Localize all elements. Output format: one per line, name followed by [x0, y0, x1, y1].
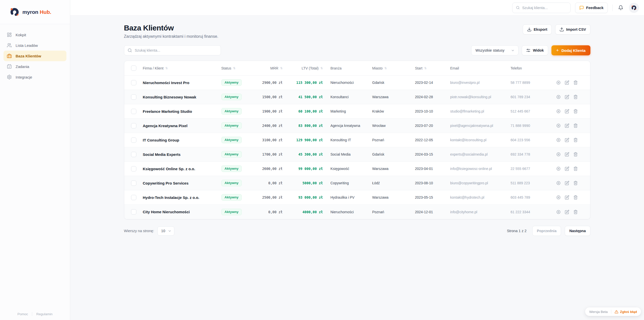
edit-row-button[interactable] [564, 151, 571, 158]
row-checkbox[interactable] [131, 137, 136, 143]
row-checkbox[interactable] [131, 80, 136, 85]
terms-link[interactable]: Regulamin [32, 312, 57, 316]
client-search-input[interactable] [135, 48, 217, 52]
row-checkbox[interactable] [131, 109, 136, 114]
row-checkbox[interactable] [131, 94, 136, 100]
delete-row-button[interactable] [572, 79, 579, 86]
view-row-button[interactable] [555, 93, 562, 100]
edit-pencil-icon [565, 210, 569, 214]
status-badge: Aktywny [221, 108, 242, 115]
sidebar-item-kokpit[interactable]: Kokpit [4, 29, 66, 40]
row-checkbox[interactable] [131, 181, 136, 186]
sidebar-item-integracje[interactable]: Integracje [4, 72, 66, 82]
row-checkbox[interactable] [131, 195, 136, 200]
notifications-button[interactable] [617, 4, 624, 11]
feedback-button[interactable]: Feedback [575, 3, 608, 13]
delete-row-button[interactable] [572, 194, 579, 201]
delete-row-button[interactable] [572, 108, 579, 115]
view-button[interactable]: Widok [522, 45, 548, 55]
delete-row-button[interactable] [572, 93, 579, 100]
eye-icon [556, 195, 561, 200]
next-page-button[interactable]: Następna [565, 226, 590, 236]
client-search[interactable] [124, 45, 221, 55]
client-name[interactable]: City Home Nieruchomości [139, 210, 218, 214]
rows-per-page-value: 10 [161, 229, 165, 233]
status-badge: Aktywny [221, 151, 242, 158]
view-row-button[interactable] [555, 165, 562, 172]
row-checkbox[interactable] [131, 166, 136, 171]
select-all-checkbox[interactable] [131, 65, 136, 71]
client-name[interactable]: Nieruchomości Invest Pro [139, 81, 218, 85]
edit-row-button[interactable] [564, 122, 571, 129]
brand-logo[interactable]: myron Hub. [0, 0, 70, 24]
sidebar-item-zadania[interactable]: Zadania [4, 61, 66, 72]
delete-row-button[interactable] [572, 151, 579, 158]
column-header-firma[interactable]: Firma / Klient⇅ [139, 66, 218, 70]
industry-value: Konsultanci [324, 95, 366, 99]
global-search[interactable] [512, 3, 571, 13]
view-row-button[interactable] [555, 122, 562, 129]
row-checkbox[interactable] [131, 209, 136, 215]
view-row-button[interactable] [555, 136, 562, 144]
delete-row-button[interactable] [572, 122, 579, 129]
global-search-input[interactable] [522, 6, 567, 10]
start-date-value: 2022-12-05 [409, 138, 444, 142]
client-name[interactable]: IT Consulting Group [139, 138, 218, 142]
add-client-button[interactable]: + Dodaj Klienta [551, 45, 590, 55]
sidebar-item-lista-leadow[interactable]: Lista Leadów [4, 40, 66, 51]
delete-row-button[interactable] [572, 180, 579, 187]
client-name[interactable]: Hydro-Tech Instalacje Sp. z o.o. [139, 195, 218, 200]
rows-per-page-select[interactable]: 10 [157, 226, 174, 236]
client-name[interactable]: Freelance Marketing Studio [139, 109, 218, 114]
column-header-start[interactable]: Start⇅ [409, 66, 444, 70]
edit-row-button[interactable] [564, 208, 571, 216]
edit-row-button[interactable] [564, 180, 571, 187]
client-name[interactable]: Konsulting Biznesowy Nowak [139, 95, 218, 99]
report-bug-button[interactable]: Zgłoś błąd [615, 310, 637, 314]
column-header-mrr[interactable]: MRR⇅ [246, 66, 284, 70]
status-filter-select[interactable]: Wszystkie statusy [471, 45, 518, 55]
table-row: Konsulting Biznesowy Nowak Aktywny 1500,… [124, 90, 590, 104]
view-row-button[interactable] [555, 180, 562, 187]
export-button[interactable]: Eksport [523, 24, 552, 34]
edit-row-button[interactable] [564, 108, 571, 115]
edit-row-button[interactable] [564, 136, 571, 144]
ltv-value: 41 500,00 zł [284, 95, 324, 99]
user-avatar[interactable] [629, 3, 639, 13]
edit-row-button[interactable] [564, 79, 571, 86]
client-name[interactable]: Copywriting Pro Services [139, 181, 218, 185]
column-header-ltv[interactable]: LTV (Total)⇅ [284, 66, 324, 70]
sidebar-item-label: Lista Leadów [16, 43, 38, 48]
feedback-chat-icon [579, 6, 584, 10]
previous-page-button[interactable]: Poprzednia [532, 226, 561, 236]
delete-row-button[interactable] [572, 165, 579, 172]
edit-row-button[interactable] [564, 165, 571, 172]
help-link[interactable]: Pomoc [13, 312, 32, 316]
sidebar-nav: Kokpit Lista Leadów Baza Klientów Zadani… [0, 24, 70, 82]
client-name[interactable]: Social Media Experts [139, 152, 218, 157]
edit-pencil-icon [565, 109, 569, 114]
client-name[interactable]: Agencja Kreatywna Pixel [139, 124, 218, 128]
view-row-button[interactable] [555, 108, 562, 115]
city-value: Warszawa [366, 195, 409, 199]
bell-icon [618, 5, 623, 10]
view-row-button[interactable] [555, 194, 562, 201]
sidebar-item-baza-klientow[interactable]: Baza Klientów [4, 51, 66, 61]
industry-value: Marketing [324, 109, 366, 113]
view-row-button[interactable] [555, 151, 562, 158]
view-row-button[interactable] [555, 79, 562, 86]
row-checkbox[interactable] [131, 123, 136, 128]
sort-icon: ⇅ [320, 66, 323, 70]
column-header-miasto[interactable]: Miasto⇅ [366, 66, 409, 70]
row-checkbox[interactable] [131, 152, 136, 157]
eye-icon [556, 109, 561, 114]
edit-row-button[interactable] [564, 194, 571, 201]
view-row-button[interactable] [555, 208, 562, 216]
column-header-status[interactable]: Status⇅ [218, 66, 246, 70]
edit-row-button[interactable] [564, 93, 571, 100]
delete-row-button[interactable] [572, 136, 579, 144]
client-name[interactable]: Księgowość Online Sp. z o.o. [139, 167, 218, 171]
delete-row-button[interactable] [572, 208, 579, 216]
import-csv-button[interactable]: Import CSV [555, 24, 590, 34]
status-badge: Aktywny [221, 209, 242, 215]
